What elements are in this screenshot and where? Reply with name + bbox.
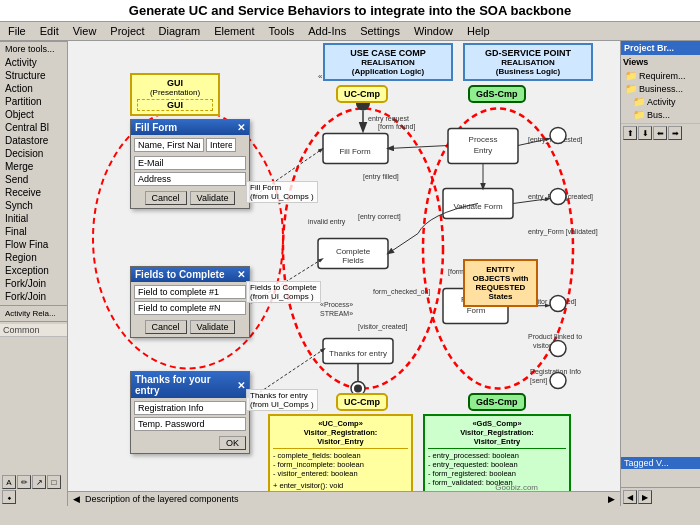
thanks-panel: Thanks for your entry ✕ OK bbox=[130, 371, 250, 454]
sidebar-item-final[interactable]: Final bbox=[0, 225, 67, 238]
svg-text:Complete: Complete bbox=[336, 247, 371, 256]
menu-addins[interactable]: Add-Ins bbox=[305, 24, 349, 38]
more-tools-btn[interactable]: More tools... bbox=[0, 41, 67, 56]
right-nav-prev[interactable]: ◀ bbox=[623, 490, 637, 504]
tool-btn-3[interactable]: ↗ bbox=[32, 475, 46, 489]
menu-project[interactable]: Project bbox=[107, 24, 147, 38]
tool-btn-5[interactable]: ⬥ bbox=[2, 490, 16, 504]
svg-text:[form found]: [form found] bbox=[378, 123, 415, 131]
svg-point-44 bbox=[550, 341, 566, 357]
svg-point-42 bbox=[550, 189, 566, 205]
svg-rect-7 bbox=[448, 129, 518, 164]
sidebar-item-initial[interactable]: Initial bbox=[0, 212, 67, 225]
tagged-bar[interactable]: Tagged V... bbox=[621, 457, 700, 469]
sidebar-item-datastore[interactable]: Datastore bbox=[0, 134, 67, 147]
menu-file[interactable]: File bbox=[5, 24, 29, 38]
fields-cancel-btn[interactable]: Cancel bbox=[145, 320, 187, 334]
tree-item-require[interactable]: 📁 Requirem... bbox=[623, 69, 698, 82]
svg-rect-32 bbox=[323, 339, 393, 364]
temp-pass-field[interactable] bbox=[134, 417, 246, 431]
menu-help[interactable]: Help bbox=[464, 24, 493, 38]
uc-cmp-label-bottom: UC-Cmp bbox=[336, 393, 388, 411]
sidebar-item-decision[interactable]: Decision bbox=[0, 147, 67, 160]
interests-field[interactable] bbox=[206, 138, 236, 152]
sidebar-item-exception[interactable]: Exception bbox=[0, 264, 67, 277]
fill-form-panel-title[interactable]: Fill Form ✕ bbox=[131, 120, 249, 135]
sidebar-item-flow-fina[interactable]: Flow Fina bbox=[0, 238, 67, 251]
svg-text:«Process»: «Process» bbox=[320, 301, 353, 308]
fill-form-validate-btn[interactable]: Validate bbox=[190, 191, 236, 205]
tree-item-bus[interactable]: 📁 Bus... bbox=[631, 108, 698, 121]
sidebar-item-object[interactable]: Object bbox=[0, 108, 67, 121]
fields-panel-title[interactable]: Fields to Complete ✕ bbox=[131, 267, 249, 282]
address-field[interactable] bbox=[134, 172, 246, 186]
sidebar-item-merge[interactable]: Merge bbox=[0, 160, 67, 173]
sidebar-item-forkjoin2[interactable]: Fork/Join bbox=[0, 290, 67, 303]
svg-text:[entry filled]: [entry filled] bbox=[363, 173, 399, 181]
right-nav-next[interactable]: ▶ bbox=[638, 490, 652, 504]
right-tool-3[interactable]: ⬅ bbox=[653, 126, 667, 140]
title-text: Generate UC and Service Behaviors to int… bbox=[129, 3, 571, 18]
email-field[interactable] bbox=[134, 156, 246, 170]
sidebar-item-region[interactable]: Region bbox=[0, 251, 67, 264]
tool-btn-2[interactable]: ✏ bbox=[17, 475, 31, 489]
reg-info-field[interactable] bbox=[134, 401, 246, 415]
svg-rect-15 bbox=[443, 189, 513, 219]
fieldN[interactable] bbox=[134, 301, 246, 315]
sidebar-item-synch[interactable]: Synch bbox=[0, 199, 67, 212]
tool-btn-1[interactable]: A bbox=[2, 475, 16, 489]
tree-item-business[interactable]: 📁 Business... bbox=[623, 82, 698, 95]
sidebar-item-forkjoin1[interactable]: Fork/Join bbox=[0, 277, 67, 290]
thanks-ok-btn[interactable]: OK bbox=[219, 436, 246, 450]
svg-text:entry_Form [validated]: entry_Form [validated] bbox=[528, 228, 598, 236]
sidebar-item-activity[interactable]: Activity bbox=[0, 56, 67, 69]
fields-from-label: Fields to Complete(from UI_Comps ) bbox=[246, 281, 321, 303]
bottom-info-bar: ◀ Description of the layered components … bbox=[68, 491, 620, 506]
title-bar: Generate UC and Service Behaviors to int… bbox=[0, 0, 700, 22]
menu-edit[interactable]: Edit bbox=[37, 24, 62, 38]
sidebar-item-action[interactable]: Action bbox=[0, 82, 67, 95]
canvas-area: «process» UC-Ent... entry request Proces… bbox=[68, 41, 620, 506]
menu-window[interactable]: Window bbox=[411, 24, 456, 38]
right-panel-title: Project Br... bbox=[621, 41, 700, 55]
right-tool-1[interactable]: ⬆ bbox=[623, 126, 637, 140]
sidebar-item-structure[interactable]: Structure bbox=[0, 69, 67, 82]
svg-point-41 bbox=[550, 128, 566, 144]
menu-diagram[interactable]: Diagram bbox=[156, 24, 204, 38]
menu-view[interactable]: View bbox=[70, 24, 100, 38]
nav-next-btn[interactable]: ▶ bbox=[608, 494, 615, 504]
svg-text:[entry_requested]: [entry_requested] bbox=[528, 136, 583, 144]
folder-icon-2: 📁 bbox=[625, 83, 637, 94]
field1[interactable] bbox=[134, 285, 246, 299]
menu-element[interactable]: Element bbox=[211, 24, 257, 38]
thanks-panel-title[interactable]: Thanks for your entry ✕ bbox=[131, 372, 249, 398]
svg-text:Entry: Entry bbox=[474, 146, 493, 155]
thanks-from-label: Thanks for entry(from UI_Comps ) bbox=[246, 389, 318, 411]
fields-panel-close-icon[interactable]: ✕ bbox=[237, 269, 245, 280]
tool-btn-4[interactable]: □ bbox=[47, 475, 61, 489]
tree-item-activity[interactable]: 📁 Activity bbox=[631, 95, 698, 108]
svg-point-43 bbox=[550, 296, 566, 312]
menu-settings[interactable]: Settings bbox=[357, 24, 403, 38]
thanks-close-icon[interactable]: ✕ bbox=[237, 380, 245, 391]
svg-text:[sent]: [sent] bbox=[530, 377, 547, 385]
right-tool-2[interactable]: ⬇ bbox=[638, 126, 652, 140]
svg-rect-21 bbox=[318, 239, 388, 269]
fill-form-close-icon[interactable]: ✕ bbox=[237, 122, 245, 133]
svg-text:[entry correct]: [entry correct] bbox=[358, 213, 401, 221]
svg-line-14 bbox=[388, 146, 448, 149]
sidebar-item-receive[interactable]: Receive bbox=[0, 186, 67, 199]
sidebar-activity-rela[interactable]: Activity Rela... bbox=[0, 308, 67, 319]
right-tool-4[interactable]: ➡ bbox=[668, 126, 682, 140]
fill-form-cancel-btn[interactable]: Cancel bbox=[145, 191, 187, 205]
sidebar-item-central-bl[interactable]: Central Bl bbox=[0, 121, 67, 134]
sidebar-item-send[interactable]: Send bbox=[0, 173, 67, 186]
nav-prev-btn[interactable]: ◀ bbox=[73, 494, 80, 504]
fields-validate-btn[interactable]: Validate bbox=[190, 320, 236, 334]
fill-form-panel: Fill Form ✕ Cancel Validate bbox=[130, 119, 250, 209]
svg-text:Product [linked to: Product [linked to bbox=[528, 333, 582, 341]
sidebar-item-partition[interactable]: Partition bbox=[0, 95, 67, 108]
svg-text:Validate Form: Validate Form bbox=[453, 202, 503, 211]
menu-tools[interactable]: Tools bbox=[266, 24, 298, 38]
name-field[interactable] bbox=[134, 138, 204, 152]
